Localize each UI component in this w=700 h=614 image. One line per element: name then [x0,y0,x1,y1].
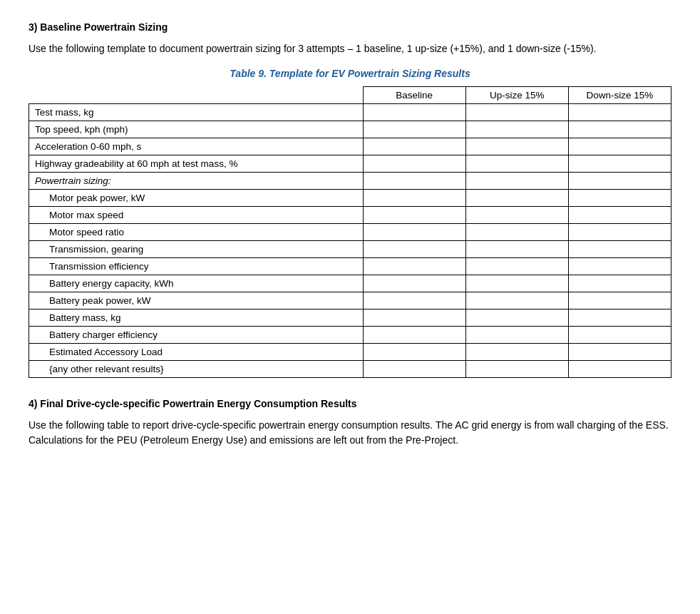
row-label: Highway gradeability at 60 mph at test m… [29,155,364,173]
table-row: Motor speed ratio [29,224,671,241]
row-cell-1 [465,241,568,258]
col-header-upsize: Up-size 15% [465,87,568,104]
row-label: Estimated Accessory Load [29,344,364,361]
table-row: Battery peak power, kW [29,292,671,309]
row-cell-2 [568,292,671,309]
row-label: Battery mass, kg [29,309,364,327]
row-cell-0 [363,344,465,361]
row-cell-1 [465,173,568,190]
row-cell-1 [465,258,568,275]
row-cell-2 [568,309,671,327]
row-label: Transmission, gearing [29,241,364,258]
row-cell-0 [363,361,465,378]
table-row: Battery charger efficiency [29,327,671,344]
table-row: Motor max speed [29,207,671,224]
row-cell-0 [363,121,465,138]
row-cell-1 [465,207,568,224]
col-header-baseline: Baseline [363,87,465,104]
row-cell-1 [465,190,568,207]
row-cell-1 [465,292,568,309]
row-cell-2 [568,104,671,121]
table-row: Powertrain sizing: [29,173,671,190]
row-cell-1 [465,344,568,361]
row-cell-0 [363,138,465,155]
table-row: Transmission, gearing [29,241,671,258]
row-label: Motor speed ratio [29,224,364,241]
section3-paragraph: Use the following template to document p… [29,41,671,56]
row-cell-2 [568,327,671,344]
row-label: Acceleration 0-60 mph, s [29,138,364,155]
table-row: Motor peak power, kW [29,190,671,207]
row-cell-0 [363,292,465,309]
table9-title: Table 9. Template for EV Powertrain Sizi… [29,68,671,79]
table-row: Battery mass, kg [29,309,671,327]
row-cell-2 [568,138,671,155]
row-cell-2 [568,190,671,207]
row-cell-0 [363,104,465,121]
row-label: Battery energy capacity, kWh [29,275,364,292]
row-cell-2 [568,173,671,190]
row-cell-0 [363,275,465,292]
row-cell-0 [363,258,465,275]
row-label: Test mass, kg [29,104,364,121]
row-cell-2 [568,361,671,378]
section4-heading: 4) Final Drive-cycle-specific Powertrain… [29,398,671,409]
table-row: Test mass, kg [29,104,671,121]
row-cell-1 [465,224,568,241]
row-cell-2 [568,155,671,173]
table-row: Transmission efficiency [29,258,671,275]
row-label: Top speed, kph (mph) [29,121,364,138]
row-cell-2 [568,121,671,138]
row-cell-1 [465,309,568,327]
table9: Baseline Up-size 15% Down-size 15% Test … [29,86,671,378]
row-cell-1 [465,121,568,138]
row-cell-2 [568,207,671,224]
row-cell-0 [363,224,465,241]
row-label: Motor peak power, kW [29,190,364,207]
row-cell-1 [465,138,568,155]
col-header-downsize: Down-size 15% [568,87,671,104]
row-cell-1 [465,361,568,378]
table-row: Acceleration 0-60 mph, s [29,138,671,155]
row-cell-0 [363,309,465,327]
row-cell-0 [363,190,465,207]
row-label: {any other relevant results} [29,361,364,378]
table-row: Estimated Accessory Load [29,344,671,361]
row-label: Motor max speed [29,207,364,224]
row-cell-1 [465,104,568,121]
row-cell-2 [568,241,671,258]
row-cell-1 [465,327,568,344]
row-label: Battery charger efficiency [29,327,364,344]
row-cell-2 [568,258,671,275]
row-cell-1 [465,275,568,292]
row-cell-0 [363,155,465,173]
row-cell-0 [363,207,465,224]
col-header-label [29,87,364,104]
row-cell-2 [568,275,671,292]
table-row: {any other relevant results} [29,361,671,378]
row-cell-0 [363,241,465,258]
section4-paragraph: Use the following table to report drive-… [29,418,671,448]
row-cell-2 [568,344,671,361]
table-row: Highway gradeability at 60 mph at test m… [29,155,671,173]
table-row: Top speed, kph (mph) [29,121,671,138]
row-label: Powertrain sizing: [29,173,364,190]
row-cell-2 [568,224,671,241]
table-row: Battery energy capacity, kWh [29,275,671,292]
section3-heading: 3) Baseline Powertrain Sizing [29,21,671,33]
row-cell-0 [363,173,465,190]
row-label: Battery peak power, kW [29,292,364,309]
row-cell-0 [363,327,465,344]
row-label: Transmission efficiency [29,258,364,275]
row-cell-1 [465,155,568,173]
